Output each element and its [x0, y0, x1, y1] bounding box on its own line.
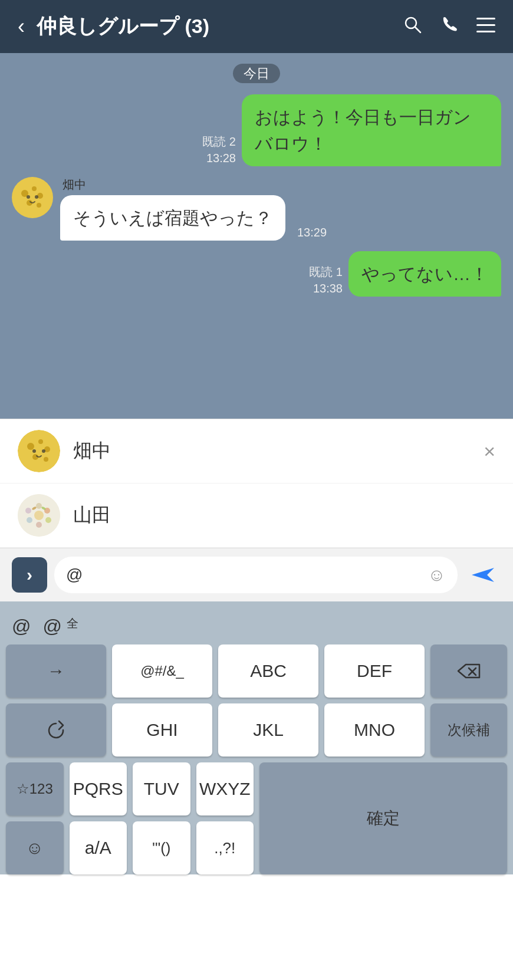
expand-button[interactable]: ›: [12, 557, 47, 593]
send-button[interactable]: [465, 557, 501, 593]
key-emoji[interactable]: ☺: [6, 821, 64, 874]
svg-point-25: [36, 522, 42, 528]
key-arrow[interactable]: →: [6, 644, 106, 698]
svg-point-26: [27, 517, 32, 523]
menu-icon[interactable]: [476, 17, 495, 37]
suggest-item[interactable]: @: [42, 616, 61, 637]
svg-point-27: [25, 508, 31, 514]
key-ghi[interactable]: GHI: [112, 703, 212, 757]
emoji-button[interactable]: ☺: [427, 565, 446, 585]
key-wxyz[interactable]: WXYZ: [196, 762, 254, 815]
chat-title: 仲良しグループ (3): [37, 13, 403, 40]
key-aa[interactable]: a/A: [70, 821, 127, 874]
svg-point-20: [42, 449, 45, 453]
mention-name: 山田: [73, 502, 111, 528]
key-redo[interactable]: [6, 703, 106, 757]
avatar: [18, 430, 60, 472]
key-quotes[interactable]: '"(): [133, 821, 190, 874]
suggest-item[interactable]: @: [12, 616, 31, 637]
key-tuv[interactable]: TUV: [133, 762, 190, 815]
keyboard-area: @ @ 全 → @#/&_ ABC DEF: [0, 601, 513, 874]
key-next-candidate[interactable]: 次候補: [430, 703, 507, 757]
header-icons: [403, 15, 495, 38]
svg-point-18: [44, 457, 48, 462]
svg-point-19: [32, 449, 36, 453]
svg-point-11: [27, 195, 30, 199]
suggest-sublabel: 全: [67, 616, 78, 632]
svg-rect-3: [476, 24, 495, 26]
message-bubble: おはよう！今日も一日ガンバロウ！: [242, 94, 501, 166]
phone-icon[interactable]: [440, 15, 459, 38]
mention-name: 畑中: [73, 438, 111, 464]
message-row: 既読 1 13:38 やってない…！: [12, 251, 501, 297]
svg-point-24: [45, 517, 51, 523]
svg-rect-4: [476, 31, 495, 32]
key-pqrs[interactable]: PQRS: [70, 762, 127, 815]
bubble-wrapper: 畑中 そういえば宿題やった？ 13:29: [60, 177, 327, 241]
chat-area: 今日 既読 2 13:28 おはよう！今日も一日ガンバロウ！: [0, 53, 513, 419]
message-bubble: そういえば宿題やった？: [60, 195, 285, 241]
key-confirm[interactable]: 確定: [259, 762, 507, 874]
mention-item[interactable]: 山田: [0, 484, 513, 548]
key-mno[interactable]: MNO: [324, 703, 425, 757]
message-row: 既読 2 13:28 おはよう！今日も一日ガンバロウ！: [12, 94, 501, 166]
key-backspace[interactable]: [430, 644, 507, 698]
message-meta: 既読 2 13:28: [202, 133, 236, 166]
message-bubble: やってない…！: [348, 251, 501, 297]
suggestion-row: @ @ 全: [0, 611, 513, 644]
key-def[interactable]: DEF: [324, 644, 425, 698]
svg-point-28: [34, 511, 44, 520]
search-icon[interactable]: [403, 15, 422, 38]
svg-line-1: [415, 27, 420, 32]
key-symbols[interactable]: @#/&_: [112, 644, 212, 698]
header: ‹ 仲良しグループ (3): [0, 0, 513, 53]
svg-point-14: [27, 443, 34, 450]
key-star123[interactable]: ☆123: [6, 762, 64, 815]
key-jkl[interactable]: JKL: [218, 703, 318, 757]
svg-point-13: [18, 430, 60, 472]
key-abc[interactable]: ABC: [218, 644, 318, 698]
text-input[interactable]: @: [66, 565, 422, 584]
key-punctuation[interactable]: .,?!: [196, 821, 254, 874]
avatar: [12, 177, 53, 221]
svg-point-22: [36, 503, 42, 509]
date-badge: 今日: [12, 65, 501, 83]
svg-point-12: [35, 195, 38, 199]
mention-panel: 畑中 × 山田: [0, 419, 513, 548]
svg-rect-2: [476, 18, 495, 19]
avatar: [18, 494, 60, 537]
back-button[interactable]: ‹: [18, 14, 25, 39]
expand-icon: ›: [27, 565, 32, 585]
message-row: 畑中 そういえば宿題やった？ 13:29: [12, 177, 501, 241]
svg-point-10: [37, 203, 41, 208]
message-meta: 既読 1 13:38: [309, 264, 343, 297]
close-button[interactable]: ×: [484, 440, 495, 463]
mention-item[interactable]: 畑中 ×: [0, 419, 513, 484]
message-meta: 13:29: [297, 224, 327, 241]
svg-point-15: [38, 439, 43, 444]
text-input-wrap: @ ☺: [54, 557, 458, 593]
svg-point-7: [32, 186, 37, 191]
input-row: › @ ☺: [0, 548, 513, 601]
svg-point-5: [12, 177, 53, 218]
